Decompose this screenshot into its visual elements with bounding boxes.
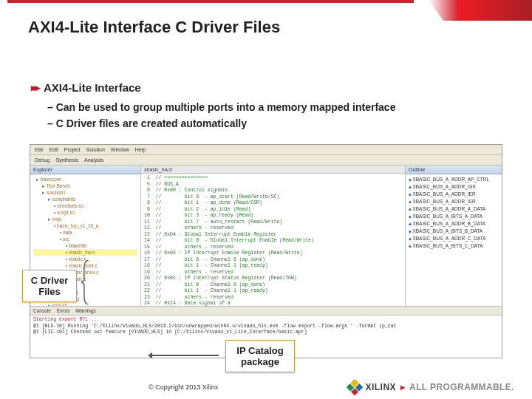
arrow-icon <box>152 355 219 356</box>
outline-item[interactable]: XBASIC_BUS_A_ADDR_ISR <box>409 198 499 205</box>
outline-item[interactable]: XBASIC_BUS_A_ADDR_A_DATA <box>409 205 499 213</box>
ide-toolbar: Debug Synthesis Analysis <box>30 155 502 166</box>
slide-footer: © Copyright 2013 Xilinx XILINX ▸ ALL PRO… <box>0 381 532 393</box>
chevron-bullet-icon: ▸▸▸ <box>31 82 38 93</box>
explorer-item[interactable]: ▸ impl <box>33 216 137 222</box>
callout-c-driver-files: C Driver Files <box>22 270 77 302</box>
outline-item[interactable]: XBASIC_BUS_A_ADDR_C_DATA <box>409 235 499 242</box>
ide-screenshot: Eile Edit Project Solution Window Help D… <box>30 144 502 358</box>
tagline-text: ALL PROGRAMMABLE. <box>409 382 514 392</box>
ide-toolbar-btn[interactable]: Analysis <box>84 157 103 163</box>
explorer-item[interactable]: • Makefile <box>33 242 137 249</box>
xilinx-logo: XILINX ▸ ALL PROGRAMMABLE. <box>349 381 514 393</box>
editor-code: 1 // =============== 5 // BUS_A 6 // 0x0… <box>141 174 405 306</box>
explorer-item[interactable]: ▸ Test Bench <box>33 183 137 189</box>
brace-icon <box>81 260 90 304</box>
explorer-item[interactable]: • script.tcl <box>33 209 137 216</box>
callout-ip-catalog: IP Catalog package <box>225 340 295 372</box>
explorer-item[interactable]: ▸ solution1 <box>33 189 137 196</box>
editor-pane: xbasic_hw.h 1 // =============== 5 // BU… <box>141 166 406 306</box>
console-output: Starting export RTL ... @I [HLS-10] Runn… <box>30 316 502 338</box>
ide-menu[interactable]: Solution <box>86 147 105 152</box>
ide-menu[interactable]: Project <box>64 147 81 152</box>
outline-header: Outline <box>406 166 502 174</box>
explorer-item[interactable]: • basic_top_v1_10_a <box>33 222 137 229</box>
explorer-header: Explorer <box>30 166 140 174</box>
bullet-item: Can be used to group multiple ports into… <box>47 101 502 113</box>
console-tab[interactable]: Console <box>33 308 51 313</box>
outline-item[interactable]: XBASIC_BUS_A_ADDR_AP_CTRL <box>409 176 499 183</box>
explorer-item[interactable]: ▸ constraints <box>33 196 137 202</box>
ide-menu[interactable]: Help <box>135 147 146 152</box>
editor-tab[interactable]: xbasic_hw.h <box>141 166 405 174</box>
slide-title: AXI4-Lite Interface C Driver Files <box>28 18 280 37</box>
section-heading-text: AXI4-Lite Interface <box>44 81 141 94</box>
console-tab[interactable]: Errors <box>57 308 70 313</box>
explorer-item[interactable]: • xbasic_hw.h <box>33 249 137 256</box>
corner-graphic <box>429 0 532 21</box>
ide-menu[interactable]: Edit <box>50 147 58 152</box>
explorer-item[interactable]: • data <box>33 229 137 236</box>
ide-toolbar-btn[interactable]: Synthesis <box>56 157 78 163</box>
outline-item[interactable]: XBASIC_BUS_A_ADDR_GIE <box>409 183 499 191</box>
explorer-item[interactable]: • directives.tcl <box>33 202 137 209</box>
section-heading: ▸▸▸ AXI4-Lite Interface <box>31 81 502 94</box>
explorer-item[interactable]: ▸ basiccore <box>33 176 137 183</box>
xilinx-logo-text: XILINX <box>365 382 396 392</box>
ide-toolbar-btn[interactable]: Debug <box>35 157 50 163</box>
ide-menu[interactable]: Eile <box>35 147 44 152</box>
ide-menubar: Eile Edit Project Solution Window Help <box>30 145 502 155</box>
outline-item[interactable]: XBASIC_BUS_A_BITS_A_DATA <box>409 213 499 220</box>
xilinx-logo-icon <box>347 379 364 396</box>
header-red-bar <box>7 0 414 3</box>
console-tab[interactable]: Warnings <box>76 308 96 313</box>
outline-item[interactable]: XBASIC_BUS_A_BITS_C_DATA <box>409 242 499 250</box>
ide-menu[interactable]: Window <box>111 147 129 152</box>
outline-item[interactable]: XBASIC_BUS_A_BITS_B_DATA <box>409 228 499 235</box>
outline-item[interactable]: XBASIC_BUS_A_ADDR_B_DATA <box>409 220 499 228</box>
outline-pane: Outline XBASIC_BUS_A_ADDR_AP_CTRLXBASIC_… <box>406 166 502 306</box>
explorer-item[interactable]: • src <box>33 236 137 242</box>
outline-item[interactable]: XBASIC_BUS_A_ADDR_IER <box>409 191 499 198</box>
copyright-text: © Copyright 2013 Xilinx <box>149 383 218 391</box>
bullet-item: C Driver files are created automatically <box>47 117 502 129</box>
